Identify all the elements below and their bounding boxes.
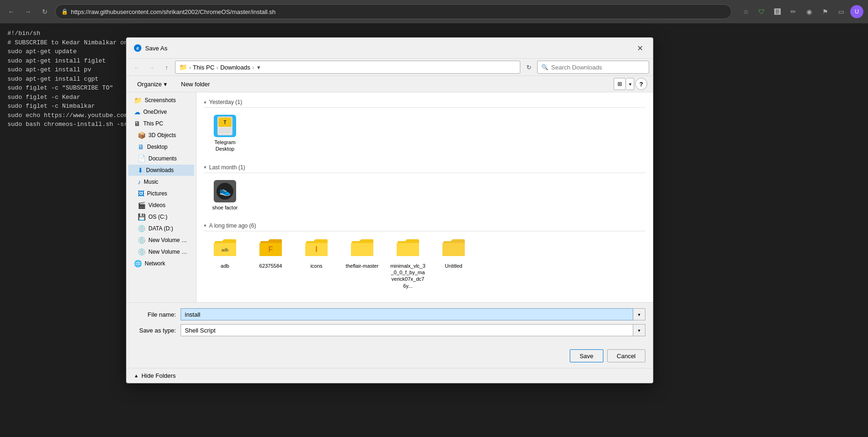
dialog-back-button[interactable]: ←	[130, 61, 143, 74]
telegram-icon: ✈ T	[214, 115, 236, 137]
file-item-shoe-factor[interactable]: 👟 shoe factor	[204, 177, 246, 214]
file-item-62375584[interactable]: F 62375584	[250, 235, 292, 292]
sidebar-item-3dobjects[interactable]: 📦 3D Objects	[128, 130, 194, 141]
file-name-input[interactable]	[181, 308, 633, 320]
onedrive-icon: ☁	[134, 108, 140, 116]
cancel-button[interactable]: Cancel	[607, 349, 645, 362]
help-button[interactable]: ?	[635, 78, 647, 90]
pictures-icon: 🖼	[138, 190, 144, 197]
sidebar-item-screenshots[interactable]: 📁 Screenshots	[128, 95, 194, 106]
theflair-name: theflair-master	[346, 263, 378, 269]
search-box[interactable]: 🔍	[537, 61, 649, 74]
telegram-name: Telegram Desktop	[207, 139, 243, 153]
svg-rect-6	[218, 128, 231, 133]
address-bar-url: https://raw.githubusercontent.com/shrika…	[71, 8, 726, 15]
path-segment-this-pc[interactable]: This PC	[193, 64, 214, 71]
sidebar-label-thispc: This PC	[143, 120, 189, 127]
file-name-dropdown[interactable]: ▾	[633, 308, 645, 320]
dialog-body: 📁 Screenshots ☁ OneDrive 🖥 This PC 📦 3D …	[126, 92, 653, 302]
cast-icon[interactable]: ▭	[834, 5, 847, 18]
sidebar-item-new-vol-f[interactable]: 💿 New Volume (F:)	[128, 246, 194, 257]
svg-text:👟: 👟	[219, 185, 231, 196]
flag-icon[interactable]: ⚑	[819, 5, 832, 18]
sidebar-label-data-d: DATA (D:)	[148, 225, 189, 232]
group-label-yesterday: Yesterday (1)	[209, 99, 242, 105]
organize-chevron-icon: ▾	[164, 81, 167, 88]
sidebar-item-music[interactable]: ♪ Music	[128, 176, 194, 187]
icons-folder-icon: I	[305, 238, 328, 261]
shield-icon[interactable]: 🛡	[755, 5, 768, 18]
browser-refresh-btn[interactable]: ↻	[38, 5, 51, 18]
account-icon[interactable]: ◉	[803, 5, 816, 18]
group-header-long-ago[interactable]: ▾ A long time ago (6)	[204, 220, 645, 231]
file-grid-yesterday: ✈ T Telegram Desktop	[204, 111, 645, 156]
star-icon[interactable]: ☆	[739, 5, 752, 18]
file-item-icons[interactable]: I icons	[295, 235, 337, 292]
sidebar-item-onedrive[interactable]: ☁ OneDrive	[128, 106, 194, 118]
sidebar-item-thispc[interactable]: 🖥 This PC	[128, 118, 194, 129]
organize-button[interactable]: Organize ▾	[132, 78, 172, 90]
save-button[interactable]: Save	[570, 349, 603, 362]
sidebar-item-new-vol-e[interactable]: 💿 New Volume (E:)	[128, 235, 194, 246]
extension-icon[interactable]: 🅱	[771, 5, 784, 18]
organize-label: Organize	[137, 81, 162, 88]
path-dropdown-button[interactable]: ▾	[256, 63, 261, 72]
search-icon: 🔍	[541, 64, 548, 70]
path-refresh-button[interactable]: ↻	[522, 61, 535, 74]
dialog-close-button[interactable]: ✕	[634, 42, 645, 54]
sidebar-item-videos[interactable]: 🎬 Videos	[128, 200, 194, 211]
view-mode-button[interactable]: ⊞	[614, 78, 626, 90]
save-as-type-select[interactable]: Shell Script	[181, 324, 633, 336]
new-folder-button[interactable]: New folder	[176, 78, 215, 90]
file-name-label: File name:	[134, 311, 181, 318]
group-header-last-month[interactable]: ▾ Last month (1)	[204, 161, 645, 173]
file-item-minimalx[interactable]: minimalx_vlc_3_0_0_f_by_maverick07x_dc76…	[387, 235, 429, 292]
thispc-icon: 🖥	[134, 120, 140, 127]
sidebar-item-os-c[interactable]: 💾 OS (C:)	[128, 211, 194, 222]
save-as-type-label: Save as type:	[134, 327, 181, 334]
group-header-yesterday[interactable]: ▾ Yesterday (1)	[204, 96, 645, 108]
sidebar-item-downloads[interactable]: ⬇ Downloads	[128, 165, 194, 176]
path-folder-icon: 📁	[179, 63, 187, 71]
dialog-titlebar: e Save As ✕	[126, 38, 653, 59]
dialog-up-button[interactable]: ↑	[160, 61, 173, 74]
62375584-folder-icon: F	[259, 238, 282, 261]
save-type-row: Save as type: Shell Script ▾	[134, 324, 645, 336]
path-sep-2: ›	[217, 64, 218, 71]
sidebar-item-desktop[interactable]: 🖥 Desktop	[128, 141, 194, 153]
sidebar-item-pictures[interactable]: 🖼 Pictures	[128, 188, 194, 199]
dialog-buttons: Save Cancel	[126, 346, 653, 368]
file-item-adb[interactable]: adb adb	[204, 235, 246, 292]
browser-back-btn[interactable]: ←	[5, 5, 18, 18]
dialog-file-area: ▾ Yesterday (1) ✈ T	[196, 92, 653, 302]
file-grid-last-month: 👟 shoe factor	[204, 177, 645, 214]
search-input[interactable]	[551, 64, 645, 71]
file-item-untitled[interactable]: Untitled	[433, 235, 475, 292]
sidebar-item-data-d[interactable]: 💿 DATA (D:)	[128, 223, 194, 234]
address-bar[interactable]: 🔒 https://raw.githubusercontent.com/shri…	[55, 4, 732, 19]
new-vol-e-icon: 💿	[138, 236, 146, 244]
browser-forward-btn[interactable]: →	[21, 5, 35, 18]
save-as-dialog: e Save As ✕ ← → ↑ 📁 › This PC › Download…	[126, 37, 653, 383]
dialog-title-text: Save As	[145, 45, 168, 52]
svg-text:T: T	[224, 120, 226, 125]
sidebar-item-documents[interactable]: 📄 Documents	[128, 153, 194, 164]
62375584-name: 62375584	[259, 263, 282, 269]
hide-folders-label: Hide Folders	[141, 372, 176, 379]
file-item-theflair[interactable]: theflair-master	[341, 235, 383, 292]
sidebar-item-network[interactable]: 🌐 Network	[128, 258, 194, 269]
dialog-forward-button[interactable]: →	[145, 61, 158, 74]
sidebar-label-documents: Documents	[148, 155, 189, 162]
dialog-title-left: e Save As	[134, 44, 168, 52]
user-avatar[interactable]: U	[850, 5, 863, 18]
data-d-icon: 💿	[138, 225, 146, 232]
view-mode-dropdown[interactable]: ▾	[627, 78, 634, 90]
path-segment-downloads[interactable]: Downloads	[220, 64, 250, 71]
file-item-telegram[interactable]: ✈ T Telegram Desktop	[204, 111, 246, 156]
save-as-type-dropdown[interactable]: ▾	[633, 324, 645, 336]
sidebar-label-screenshots: Screenshots	[145, 97, 189, 104]
hide-folders-chevron-icon: ▲	[134, 373, 139, 378]
dialog-sidebar: 📁 Screenshots ☁ OneDrive 🖥 This PC 📦 3D …	[126, 92, 196, 302]
hide-folders-row[interactable]: ▲ Hide Folders	[126, 368, 653, 383]
pen-icon[interactable]: ✏	[787, 5, 800, 18]
